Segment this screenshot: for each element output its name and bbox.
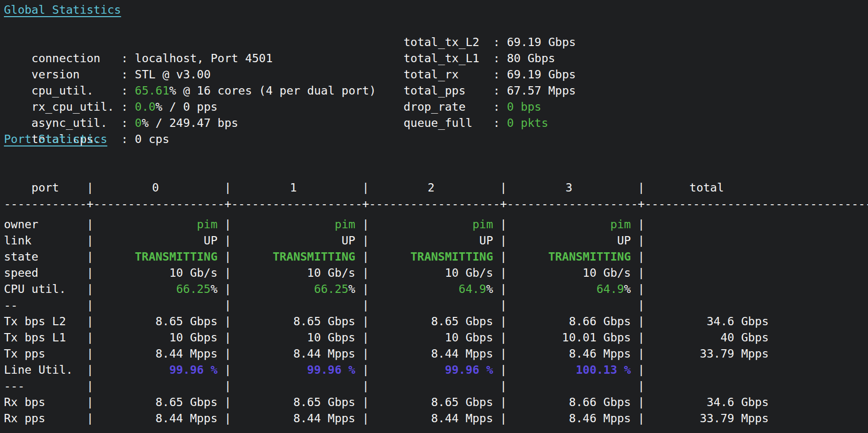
stat-value: 69.19 Gbps	[507, 68, 576, 81]
column-divider: |	[87, 313, 93, 330]
column-divider: |	[362, 410, 369, 427]
stat-label: total_rx	[404, 67, 493, 83]
row-label: Tx bps L2	[4, 313, 87, 330]
port-cell: TRANSMITTING	[93, 249, 217, 265]
port-stats-section-header: Port Statistics	[4, 131, 868, 147]
colon: :	[493, 116, 507, 130]
global-stat-line: rx_cpu_util.: 0.0% / 0 pps total_pps: 67…	[4, 83, 868, 99]
stat-label: total_tx_L2	[404, 34, 493, 50]
column-divider: |	[362, 180, 369, 196]
column-divider: |	[87, 265, 93, 281]
column-divider: |	[362, 265, 369, 281]
cell-value: 8.65 Gbps	[156, 395, 218, 409]
port-cell: 8.65 Gbps	[93, 394, 217, 410]
port-cell: 66.25%	[93, 281, 217, 297]
row-label: Rx pps	[4, 410, 87, 427]
column-divider: |	[362, 313, 369, 330]
column-divider: |	[500, 378, 507, 394]
colon: :	[493, 84, 507, 97]
column-header-1: 1	[231, 180, 355, 196]
stat-label: total_pps	[404, 83, 493, 99]
table-row: Tx bps L2|8.65 Gbps|8.65 Gbps|8.65 Gbps|…	[4, 313, 868, 330]
port-cell: 8.65 Gbps	[231, 394, 355, 410]
port-stats-title: Port Statistics	[4, 132, 107, 146]
row-label: link	[4, 233, 87, 249]
port-cell: 8.46 Mpps	[507, 346, 631, 362]
table-separator: ------------+-------------------+-------…	[4, 196, 868, 212]
port-cell: 10 Gbps	[369, 330, 493, 346]
blank-line	[4, 147, 868, 164]
column-divider: |	[500, 180, 507, 196]
port-cell: 99.96 %	[231, 362, 355, 378]
column-divider: |	[225, 249, 231, 265]
cpu-value: 66.25	[314, 282, 348, 296]
column-divider: |	[500, 281, 507, 297]
global-stats-title: Global Statistics	[4, 3, 121, 17]
total-cell	[645, 216, 769, 233]
colon: :	[493, 68, 507, 81]
table-row: speed|10 Gb/s|10 Gb/s|10 Gb/s|10 Gb/s|	[4, 265, 868, 281]
stat-label: queue_full	[404, 115, 493, 131]
port-cell: UP	[231, 233, 355, 249]
port-cell: 8.44 Mpps	[231, 346, 355, 362]
column-divider: |	[362, 394, 369, 410]
stat-value-green: 0 bps	[507, 100, 541, 114]
port-cell	[93, 378, 217, 394]
port-cell: 8.46 Mpps	[507, 410, 631, 427]
column-divider: |	[87, 362, 93, 378]
port-cell: UP	[93, 233, 217, 249]
port-cell	[507, 297, 631, 313]
port-cell: 64.9%	[507, 281, 631, 297]
column-divider: |	[87, 378, 93, 394]
cell-value: TRANSMITTING	[548, 250, 631, 264]
cell-value: 8.44 Mpps	[431, 347, 493, 361]
blank-line	[4, 164, 868, 180]
column-divider: |	[362, 281, 369, 297]
column-divider: |	[638, 180, 644, 196]
column-divider: |	[638, 362, 644, 378]
column-header-port: port	[4, 180, 87, 196]
column-divider: |	[500, 265, 507, 281]
global-stat-line: cpu_util.: 65.61% @ 16 cores (4 per dual…	[4, 67, 868, 83]
cell-value: UP	[480, 234, 493, 247]
cell-value: 8.66 Gbps	[569, 395, 631, 409]
cpu-unit: %	[624, 282, 631, 296]
column-divider: |	[225, 378, 231, 394]
column-divider: |	[225, 297, 231, 313]
cell-value: 99.96 %	[307, 363, 356, 377]
cell-value: 8.46 Mpps	[569, 411, 631, 425]
port-cell: 100.13 %	[507, 362, 631, 378]
port-cell: 8.44 Mpps	[369, 410, 493, 427]
colon: :	[493, 35, 507, 49]
port-cell: 8.44 Mpps	[93, 410, 217, 427]
cpu-unit: %	[210, 282, 217, 296]
port-cell: pim	[93, 216, 217, 233]
cpu-unit: %	[486, 282, 493, 296]
column-divider: |	[87, 216, 93, 233]
row-label: --	[4, 297, 87, 313]
row-label: Rx bps	[4, 394, 87, 410]
cell-value: 8.44 Mpps	[156, 411, 218, 425]
column-divider: |	[225, 394, 231, 410]
cell-value: 34.6 Gbps	[707, 395, 769, 409]
global-stats-section-header: Global Statistics	[4, 2, 868, 18]
column-divider: |	[638, 265, 644, 281]
port-cell: TRANSMITTING	[507, 249, 631, 265]
port-cell	[231, 378, 355, 394]
column-divider: |	[87, 346, 93, 362]
port-cell: TRANSMITTING	[369, 249, 493, 265]
table-row: Rx bps|8.65 Gbps|8.65 Gbps|8.65 Gbps|8.6…	[4, 394, 868, 410]
column-divider: |	[225, 216, 231, 233]
port-table-rows: owner|pim|pim|pim|pim|link|UP|UP|UP|UP|s…	[4, 216, 868, 427]
table-row: --|||||	[4, 297, 868, 313]
cell-value: 8.44 Mpps	[293, 411, 355, 425]
column-header-3: 3	[507, 180, 631, 196]
column-divider: |	[500, 410, 507, 427]
column-divider: |	[362, 233, 369, 249]
row-label: CPU util.	[4, 281, 87, 297]
port-cell: 8.65 Gbps	[369, 313, 493, 330]
cell-value: 40 Gbps	[720, 331, 769, 344]
cell-value: 8.65 Gbps	[156, 314, 218, 328]
cell-value: pim	[473, 217, 493, 231]
column-divider: |	[638, 378, 644, 394]
